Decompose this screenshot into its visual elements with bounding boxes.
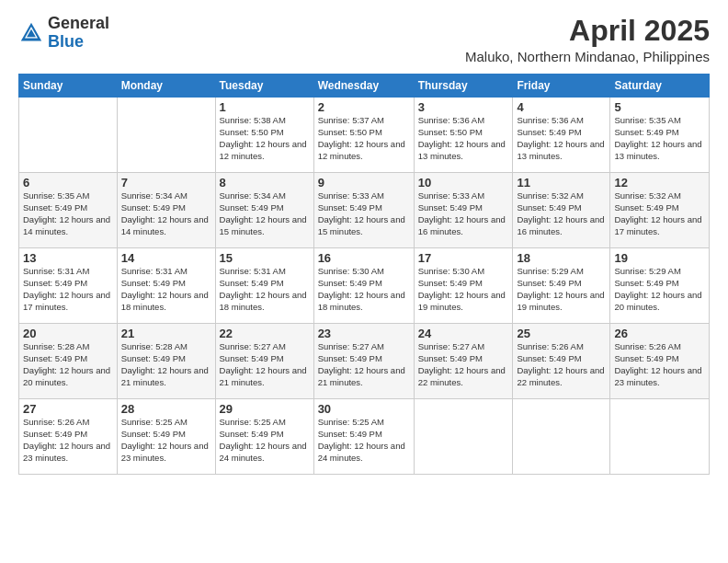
calendar-week-row-2: 6Sunrise: 5:35 AM Sunset: 5:49 PM Daylig…: [19, 173, 710, 248]
day-number: 30: [318, 402, 410, 416]
page: General Blue April 2025 Maluko, Northern…: [0, 0, 728, 563]
calendar-cell: 14Sunrise: 5:31 AM Sunset: 5:49 PM Dayli…: [117, 248, 215, 324]
calendar-cell: 8Sunrise: 5:34 AM Sunset: 5:49 PM Daylig…: [215, 173, 313, 248]
header-friday: Friday: [513, 75, 610, 98]
calendar-cell: [513, 399, 610, 475]
calendar-cell: [414, 399, 513, 475]
calendar-cell: 9Sunrise: 5:33 AM Sunset: 5:49 PM Daylig…: [313, 173, 414, 248]
calendar-cell: 28Sunrise: 5:25 AM Sunset: 5:49 PM Dayli…: [117, 399, 215, 475]
day-info: Sunrise: 5:31 AM Sunset: 5:49 PM Dayligh…: [220, 266, 310, 313]
header-wednesday: Wednesday: [313, 75, 414, 98]
calendar-cell: 20Sunrise: 5:28 AM Sunset: 5:49 PM Dayli…: [19, 324, 118, 399]
day-number: 11: [517, 176, 606, 190]
calendar-cell: 27Sunrise: 5:26 AM Sunset: 5:49 PM Dayli…: [19, 399, 118, 475]
day-number: 19: [614, 251, 705, 265]
calendar-cell: 7Sunrise: 5:34 AM Sunset: 5:49 PM Daylig…: [117, 173, 215, 248]
calendar-cell: 15Sunrise: 5:31 AM Sunset: 5:49 PM Dayli…: [215, 248, 313, 324]
day-info: Sunrise: 5:35 AM Sunset: 5:49 PM Dayligh…: [23, 190, 113, 237]
header: General Blue April 2025 Maluko, Northern…: [18, 15, 710, 64]
calendar-cell: 24Sunrise: 5:27 AM Sunset: 5:49 PM Dayli…: [414, 324, 513, 399]
day-info: Sunrise: 5:28 AM Sunset: 5:49 PM Dayligh…: [121, 341, 211, 388]
day-info: Sunrise: 5:25 AM Sunset: 5:49 PM Dayligh…: [220, 417, 310, 464]
calendar-cell: [19, 98, 118, 173]
day-number: 10: [418, 176, 509, 190]
day-info: Sunrise: 5:26 AM Sunset: 5:49 PM Dayligh…: [614, 341, 705, 388]
calendar-cell: 17Sunrise: 5:30 AM Sunset: 5:49 PM Dayli…: [414, 248, 513, 324]
day-number: 12: [614, 176, 705, 190]
header-sunday: Sunday: [19, 75, 118, 98]
day-info: Sunrise: 5:31 AM Sunset: 5:49 PM Dayligh…: [23, 266, 113, 313]
calendar-cell: 21Sunrise: 5:28 AM Sunset: 5:49 PM Dayli…: [117, 324, 215, 399]
calendar-week-row-1: 1Sunrise: 5:38 AM Sunset: 5:50 PM Daylig…: [19, 98, 710, 173]
day-number: 29: [220, 402, 310, 416]
day-info: Sunrise: 5:36 AM Sunset: 5:50 PM Dayligh…: [418, 115, 509, 162]
day-number: 5: [614, 100, 705, 114]
calendar-cell: 6Sunrise: 5:35 AM Sunset: 5:49 PM Daylig…: [19, 173, 118, 248]
calendar-cell: 5Sunrise: 5:35 AM Sunset: 5:49 PM Daylig…: [610, 98, 710, 173]
day-info: Sunrise: 5:34 AM Sunset: 5:49 PM Dayligh…: [121, 190, 211, 237]
calendar-cell: 25Sunrise: 5:26 AM Sunset: 5:49 PM Dayli…: [513, 324, 610, 399]
calendar-cell: 16Sunrise: 5:30 AM Sunset: 5:49 PM Dayli…: [313, 248, 414, 324]
logo-blue-text: Blue: [48, 33, 109, 52]
day-number: 13: [23, 251, 113, 265]
calendar-cell: 19Sunrise: 5:29 AM Sunset: 5:49 PM Dayli…: [610, 248, 710, 324]
calendar-week-row-5: 27Sunrise: 5:26 AM Sunset: 5:49 PM Dayli…: [19, 399, 710, 475]
day-number: 2: [318, 100, 410, 114]
calendar-cell: 10Sunrise: 5:33 AM Sunset: 5:49 PM Dayli…: [414, 173, 513, 248]
month-title: April 2025: [465, 15, 710, 47]
header-saturday: Saturday: [610, 75, 710, 98]
day-info: Sunrise: 5:34 AM Sunset: 5:49 PM Dayligh…: [220, 190, 310, 237]
day-info: Sunrise: 5:32 AM Sunset: 5:49 PM Dayligh…: [614, 190, 705, 237]
header-monday: Monday: [117, 75, 215, 98]
calendar-cell: 2Sunrise: 5:37 AM Sunset: 5:50 PM Daylig…: [313, 98, 414, 173]
day-info: Sunrise: 5:25 AM Sunset: 5:49 PM Dayligh…: [318, 417, 410, 464]
calendar-cell: 26Sunrise: 5:26 AM Sunset: 5:49 PM Dayli…: [610, 324, 710, 399]
day-number: 6: [23, 176, 113, 190]
day-number: 25: [517, 327, 606, 340]
logo-general-text: General: [48, 15, 109, 33]
header-thursday: Thursday: [414, 75, 513, 98]
day-number: 18: [517, 251, 606, 265]
day-info: Sunrise: 5:37 AM Sunset: 5:50 PM Dayligh…: [318, 115, 410, 162]
calendar-cell: 11Sunrise: 5:32 AM Sunset: 5:49 PM Dayli…: [513, 173, 610, 248]
day-number: 23: [318, 327, 410, 340]
calendar-cell: 4Sunrise: 5:36 AM Sunset: 5:49 PM Daylig…: [513, 98, 610, 173]
day-info: Sunrise: 5:26 AM Sunset: 5:49 PM Dayligh…: [23, 417, 113, 464]
calendar-cell: 18Sunrise: 5:29 AM Sunset: 5:49 PM Dayli…: [513, 248, 610, 324]
day-info: Sunrise: 5:25 AM Sunset: 5:49 PM Dayligh…: [121, 417, 211, 464]
header-tuesday: Tuesday: [215, 75, 313, 98]
day-number: 22: [220, 327, 310, 340]
day-number: 20: [23, 327, 113, 340]
day-info: Sunrise: 5:33 AM Sunset: 5:49 PM Dayligh…: [318, 190, 410, 237]
day-number: 7: [121, 176, 211, 190]
day-number: 8: [220, 176, 310, 190]
calendar-cell: 30Sunrise: 5:25 AM Sunset: 5:49 PM Dayli…: [313, 399, 414, 475]
day-info: Sunrise: 5:31 AM Sunset: 5:49 PM Dayligh…: [121, 266, 211, 313]
calendar-cell: 12Sunrise: 5:32 AM Sunset: 5:49 PM Dayli…: [610, 173, 710, 248]
day-number: 27: [23, 402, 113, 416]
day-info: Sunrise: 5:26 AM Sunset: 5:49 PM Dayligh…: [517, 341, 606, 388]
day-info: Sunrise: 5:30 AM Sunset: 5:49 PM Dayligh…: [318, 266, 410, 313]
calendar-table: Sunday Monday Tuesday Wednesday Thursday…: [18, 74, 710, 475]
logo-icon: [18, 20, 44, 46]
day-info: Sunrise: 5:28 AM Sunset: 5:49 PM Dayligh…: [23, 341, 113, 388]
title-area: April 2025 Maluko, Northern Mindanao, Ph…: [465, 15, 710, 64]
day-number: 1: [220, 100, 310, 114]
logo: General Blue: [18, 15, 109, 52]
day-info: Sunrise: 5:27 AM Sunset: 5:49 PM Dayligh…: [318, 341, 410, 388]
calendar-week-row-3: 13Sunrise: 5:31 AM Sunset: 5:49 PM Dayli…: [19, 248, 710, 324]
calendar-cell: [117, 98, 215, 173]
day-number: 24: [418, 327, 509, 340]
day-number: 26: [614, 327, 705, 340]
day-info: Sunrise: 5:38 AM Sunset: 5:50 PM Dayligh…: [220, 115, 310, 162]
day-info: Sunrise: 5:32 AM Sunset: 5:49 PM Dayligh…: [517, 190, 606, 237]
calendar-cell: [610, 399, 710, 475]
day-number: 14: [121, 251, 211, 265]
calendar-cell: 13Sunrise: 5:31 AM Sunset: 5:49 PM Dayli…: [19, 248, 118, 324]
day-number: 16: [318, 251, 410, 265]
calendar-cell: 1Sunrise: 5:38 AM Sunset: 5:50 PM Daylig…: [215, 98, 313, 173]
day-number: 3: [418, 100, 509, 114]
day-info: Sunrise: 5:36 AM Sunset: 5:49 PM Dayligh…: [517, 115, 606, 162]
day-number: 4: [517, 100, 606, 114]
day-number: 15: [220, 251, 310, 265]
